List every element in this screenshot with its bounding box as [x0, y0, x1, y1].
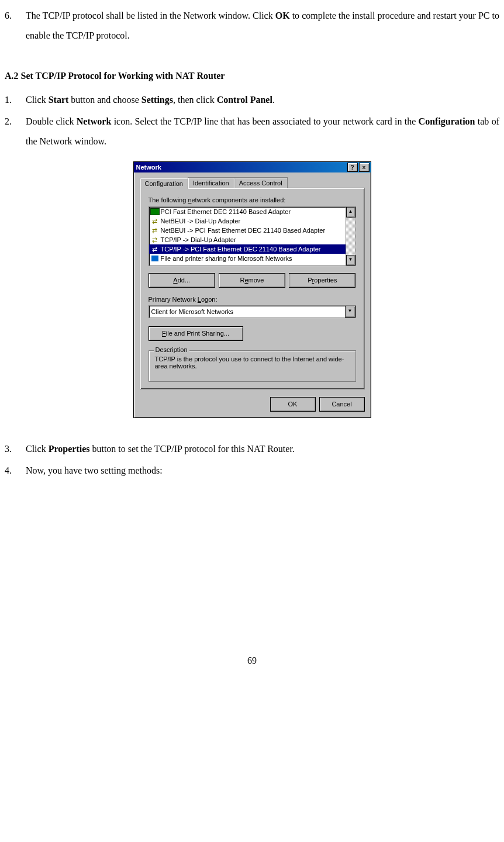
list-items: PCI Fast Ethernet DEC 21140 Based Adapte…	[149, 207, 346, 265]
mnemonic: A	[173, 277, 177, 284]
list-item-text: TCP/IP -> Dial-Up Adapter	[161, 236, 236, 243]
close-button[interactable]: ×	[359, 163, 370, 172]
scroll-track[interactable]	[346, 218, 355, 255]
button-row: Add... Remove Properties	[149, 273, 356, 288]
item-text: The TCP/IP protocol shall be listed in t…	[26, 6, 499, 45]
chevron-down-icon[interactable]: ▼	[345, 306, 355, 318]
logon-label: Primary Network Logon:	[149, 296, 356, 303]
item-text: Now, you have two setting methods:	[26, 461, 499, 481]
btn-text: P	[308, 277, 312, 284]
list-item[interactable]: PCI Fast Ethernet DEC 21140 Based Adapte…	[149, 207, 346, 216]
list-item-text: NetBEUI -> PCI Fast Ethernet DEC 21140 B…	[161, 227, 326, 234]
description-groupbox: Description TCP/IP is the protocol you u…	[149, 350, 356, 382]
network-dialog: Network ? × Configuration Identification…	[133, 161, 371, 417]
item-number: 3.	[5, 439, 26, 459]
bold-start: Start	[49, 95, 69, 105]
primary-logon-combobox[interactable]: Client for Microsoft Networks ▼	[149, 305, 356, 318]
btn-text: move	[248, 277, 264, 284]
btn-text: ile and Print Sharing...	[166, 330, 229, 337]
text-segment: Primary Network	[149, 296, 198, 303]
mnemonic: F	[162, 330, 166, 337]
components-listbox[interactable]: PCI Fast Ethernet DEC 21140 Based Adapte…	[149, 206, 356, 266]
item-number: 1.	[5, 90, 26, 110]
text-segment: Click	[26, 95, 49, 105]
list-item-text: PCI Fast Ethernet DEC 21140 Based Adapte…	[161, 208, 291, 215]
scrollbar[interactable]: ▲ ▼	[346, 207, 355, 265]
remove-button[interactable]: Remove	[219, 273, 285, 288]
item-text: Double click Network icon. Select the TC…	[26, 112, 499, 151]
section-heading-a2: A.2 Set TCP/IP Protocol for Working with…	[5, 70, 499, 82]
list-item[interactable]: File and printer sharing for Microsoft N…	[149, 254, 346, 263]
list-item-text: File and printer sharing for Microsoft N…	[161, 255, 292, 262]
tab-access-control[interactable]: Access Control	[234, 177, 288, 188]
list-item-selected[interactable]: ⇄TCP/IP -> PCI Fast Ethernet DEC 21140 B…	[149, 244, 346, 254]
item-text: Click Start button and choose Settings, …	[26, 90, 499, 110]
adapter-icon	[150, 208, 160, 216]
scroll-down-icon[interactable]: ▼	[346, 255, 355, 265]
dialog-body: Configuration Identification Access Cont…	[134, 172, 371, 393]
service-icon	[150, 254, 160, 263]
list-item[interactable]: ⇄NetBEUI -> Dial-Up Adapter	[149, 216, 346, 226]
text-segment: , then click	[173, 95, 217, 105]
list-item-3: 3. Click Properties button to set the TC…	[5, 439, 499, 459]
tab-strip: Configuration Identification Access Cont…	[140, 177, 365, 188]
bold-configuration: Configuration	[419, 116, 475, 126]
item-text: Click Properties button to set the TCP/I…	[26, 439, 499, 459]
btn-text: dd...	[178, 277, 190, 284]
list-item-2: 2. Double click Network icon. Select the…	[5, 112, 499, 154]
bold-settings: Settings	[141, 95, 173, 105]
item-number: 2.	[5, 112, 26, 154]
dialog-footer: OK Cancel	[134, 394, 371, 417]
list-item-6: 6. The TCP/IP protocol shall be listed i…	[5, 6, 499, 49]
protocol-icon: ⇄	[150, 226, 160, 234]
list-item[interactable]: ⇄TCP/IP -> Dial-Up Adapter	[149, 235, 346, 244]
tab-configuration[interactable]: Configuration	[140, 178, 188, 189]
groupbox-title: Description	[154, 346, 189, 353]
text-segment: Double click	[26, 116, 77, 126]
protocol-icon: ⇄	[150, 245, 160, 253]
window-title: Network	[135, 164, 346, 171]
bold-network: Network	[77, 116, 112, 126]
btn-text: operties	[314, 277, 337, 284]
text-segment: The TCP/IP protocol shall be listed in t…	[26, 11, 275, 20]
text-segment: button to set the TCP/IP protocol for th…	[89, 444, 294, 454]
cancel-button[interactable]: Cancel	[319, 397, 365, 412]
protocol-icon: ⇄	[150, 217, 160, 225]
file-print-sharing-button[interactable]: File and Print Sharing...	[149, 326, 243, 341]
components-label: The following network components are ins…	[149, 196, 356, 203]
properties-button[interactable]: Properties	[289, 273, 355, 288]
text-segment: .	[272, 95, 275, 105]
text-segment: The following	[149, 196, 188, 203]
bold-ok: OK	[275, 11, 290, 20]
page-number: 69	[5, 656, 499, 665]
add-button[interactable]: Add...	[149, 273, 215, 288]
protocol-icon: ⇄	[150, 236, 160, 244]
ok-button[interactable]: OK	[270, 397, 316, 412]
combobox-value: Client for Microsoft Networks	[149, 308, 345, 315]
list-item-text: NetBEUI -> Dial-Up Adapter	[161, 218, 241, 225]
description-text: TCP/IP is the protocol you use to connec…	[155, 356, 350, 370]
text-segment: etwork components are installed:	[192, 196, 286, 203]
screenshot-container: Network ? × Configuration Identification…	[5, 161, 499, 417]
list-item-4: 4. Now, you have two setting methods:	[5, 461, 499, 481]
bold-control-panel: Control Panel	[217, 95, 272, 105]
tab-identification[interactable]: Identification	[188, 177, 234, 188]
bold-properties: Properties	[49, 444, 90, 454]
item-number: 6.	[5, 6, 26, 49]
scroll-up-icon[interactable]: ▲	[346, 207, 355, 218]
tab-panel-configuration: The following network components are ins…	[140, 188, 365, 389]
list-item-1: 1. Click Start button and choose Setting…	[5, 90, 499, 110]
text-segment: ogon:	[201, 296, 218, 303]
list-item[interactable]: ⇄NetBEUI -> PCI Fast Ethernet DEC 21140 …	[149, 226, 346, 235]
item-number: 4.	[5, 461, 26, 481]
help-button[interactable]: ?	[347, 163, 358, 172]
list-item-text: TCP/IP -> PCI Fast Ethernet DEC 21140 Ba…	[161, 246, 321, 253]
text-segment: icon. Select the TCP/IP line that has be…	[111, 116, 418, 126]
text-segment: button and choose	[68, 95, 141, 105]
titlebar[interactable]: Network ? ×	[134, 162, 371, 172]
text-segment: Click	[26, 444, 49, 454]
